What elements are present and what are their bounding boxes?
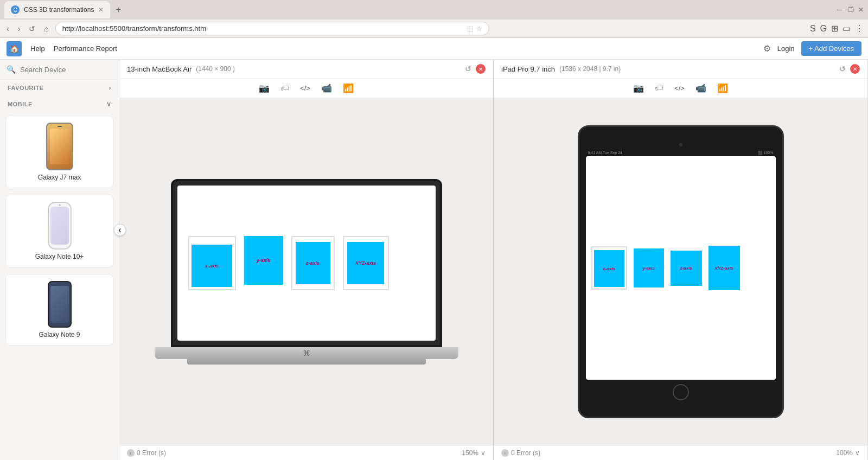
macbook-error-count: 0 Error (s) [137, 449, 166, 457]
device-name-j7: Galaxy J7 max [38, 174, 81, 181]
help-link[interactable]: Help [30, 44, 45, 53]
ipad-device: 9:41 AM Tue Sep 24 ⬛ 100% x-axis [578, 125, 784, 418]
login-button[interactable]: Login [777, 44, 795, 53]
ext-icon-2[interactable]: G [820, 24, 827, 34]
macbook-reload-icon[interactable]: ↺ [465, 65, 471, 73]
ipad-battery: ⬛ 100% [758, 151, 774, 155]
z-axis-wrapper: z-axis [291, 236, 335, 290]
forward-button[interactable]: › [16, 23, 23, 34]
z-axis-label: z-axis [306, 260, 320, 266]
macbook-specs: (1440 × 900 ) [196, 65, 235, 73]
code-icon[interactable]: </> [300, 84, 310, 92]
address-bar[interactable]: http://localhost:5500/transform/transfor… [55, 22, 489, 35]
device-thumbnail-note9 [48, 281, 72, 328]
sidebar: 🔍 FAVOURITE › MOBILE ∨ Galaxy J7 max G [0, 60, 119, 460]
macbook-toolbar: 📷 🏷 </> 📹 📶 [119, 79, 493, 98]
macbook-zoom-value: 150% [462, 449, 478, 457]
video-icon[interactable]: 📹 [321, 83, 332, 93]
mobile-collapse-icon[interactable]: ∨ [106, 100, 112, 108]
address-bar-icons: ⬚ ☆ [467, 25, 482, 33]
ipad-xyz-box: XYZ-axis [709, 246, 740, 290]
device-card-note10[interactable]: Galaxy Note 10+ [5, 195, 113, 267]
close-window-button[interactable]: ✕ [858, 6, 864, 14]
minimize-button[interactable]: — [837, 6, 844, 14]
ext-icon-4[interactable]: ▭ [843, 23, 851, 34]
reload-button[interactable]: ↺ [27, 23, 37, 34]
macbook-title: 13-inch MacBook Air [127, 65, 192, 73]
extension-icons: S G ⊞ ▭ ⋮ [810, 23, 864, 34]
app-logo: 🏠 [7, 41, 22, 56]
ipad-error-dot-icon: i [501, 449, 509, 457]
wifi-icon[interactable]: 📶 [343, 83, 354, 93]
performance-report-link[interactable]: Performance Report [54, 44, 117, 53]
ipad-panel-controls: ↺ ✕ [839, 64, 860, 74]
ipad-viewport: 9:41 AM Tue Sep 24 ⬛ 100% x-axis [494, 98, 867, 445]
header-right: ⚙ Login + Add Devices [763, 41, 861, 56]
ipad-tag-icon[interactable]: 🏷 [655, 84, 663, 93]
favourite-expand-icon[interactable]: › [109, 84, 112, 92]
camera-icon[interactable]: 📷 [259, 83, 270, 93]
ipad-zoom-control[interactable]: 100% ∨ [836, 449, 860, 457]
favourite-label: FAVOURITE [8, 85, 44, 91]
tag-icon[interactable]: 🏷 [280, 84, 289, 93]
add-devices-button[interactable]: + Add Devices [801, 41, 861, 56]
bookmark-icon[interactable]: ☆ [476, 25, 482, 33]
ext-icon-3[interactable]: ⊞ [831, 23, 838, 34]
browser-addressbar: ‹ › ↺ ⌂ http://localhost:5500/transform/… [0, 20, 868, 38]
sidebar-collapse-button[interactable]: ‹ [114, 224, 126, 236]
ipad-y-box: y-axis [634, 248, 664, 288]
ipad-xyz-label: XYZ-axis [715, 266, 733, 271]
ipad-close-button[interactable]: ✕ [850, 64, 860, 74]
macbook-panel-controls: ↺ ✕ [465, 64, 486, 74]
apple-logo: ⌘ [303, 349, 310, 357]
new-tab-button[interactable]: + [116, 5, 120, 15]
back-button[interactable]: ‹ [4, 23, 11, 34]
ext-icon-1[interactable]: S [810, 24, 816, 34]
macbook-base: ⌘ [155, 347, 458, 359]
macbook-viewport: x-axis y-axis z-axis [119, 98, 493, 445]
error-dot-icon: i [127, 449, 135, 457]
ipad-z-label: z-axis [680, 266, 692, 271]
ipad-reload-icon[interactable]: ↺ [839, 65, 846, 73]
ipad-camera-icon[interactable]: 📷 [633, 83, 644, 93]
macbook-zoom-control[interactable]: 150% ∨ [462, 449, 486, 457]
ipad-zoom-chevron-icon: ∨ [855, 449, 860, 457]
y-axis-label: y-axis [257, 258, 271, 263]
macbook-device: x-axis y-axis z-axis [155, 179, 458, 365]
ipad-wifi-icon[interactable]: 📶 [717, 83, 728, 93]
home-button[interactable]: ⌂ [42, 23, 50, 34]
ipad-x-label: x-axis [603, 266, 615, 271]
favourite-section-header: FAVOURITE › [0, 80, 119, 96]
zoom-chevron-icon: ∨ [481, 449, 486, 457]
device-name-note9: Galaxy Note 9 [39, 331, 80, 338]
tab-close-icon[interactable]: ✕ [98, 6, 104, 14]
device-card-note9[interactable]: Galaxy Note 9 [5, 274, 113, 346]
device-card-galaxy-j7[interactable]: Galaxy J7 max [5, 116, 113, 188]
ipad-title: iPad Pro 9.7 inch [501, 65, 555, 73]
ipad-error-count: 0 Error (s) [511, 449, 540, 457]
ipad-x-box: x-axis [594, 250, 624, 287]
z-axis-box: z-axis [296, 242, 330, 284]
more-menu-button[interactable]: ⋮ [855, 23, 864, 34]
browser-tab[interactable]: C CSS 3D transformations ✕ [4, 1, 110, 18]
ipad-home-button[interactable] [673, 384, 689, 400]
search-input[interactable] [20, 66, 112, 74]
search-icon: 🔍 [7, 65, 16, 74]
ipad-screen: x-axis y-axis z-axis [586, 156, 776, 380]
ipad-z-box: z-axis [671, 251, 702, 286]
ipad-code-icon[interactable]: </> [674, 84, 685, 92]
url-text: http://localhost:5500/transform/transfor… [62, 24, 467, 33]
macbook-panel: 13-inch MacBook Air (1440 × 900 ) ↺ ✕ 📷 … [119, 60, 494, 460]
y-axis-box: y-axis [244, 236, 283, 285]
device-thumbnail-j7 [46, 123, 73, 170]
macbook-close-button[interactable]: ✕ [476, 64, 486, 74]
x-axis-label: x-axis [205, 263, 219, 269]
maximize-button[interactable]: ❐ [848, 6, 854, 14]
xyz-axis-wrapper-mac: XYZ-axis [343, 236, 389, 290]
tab-favicon: C [11, 5, 20, 14]
ipad-video-icon[interactable]: 📹 [695, 83, 706, 93]
ipad-x-wrapper: x-axis [591, 246, 627, 290]
settings-icon[interactable]: ⚙ [763, 43, 771, 54]
macbook-screen-content: x-axis y-axis z-axis [177, 186, 436, 341]
macbook-error-indicator: i 0 Error (s) [127, 449, 166, 457]
